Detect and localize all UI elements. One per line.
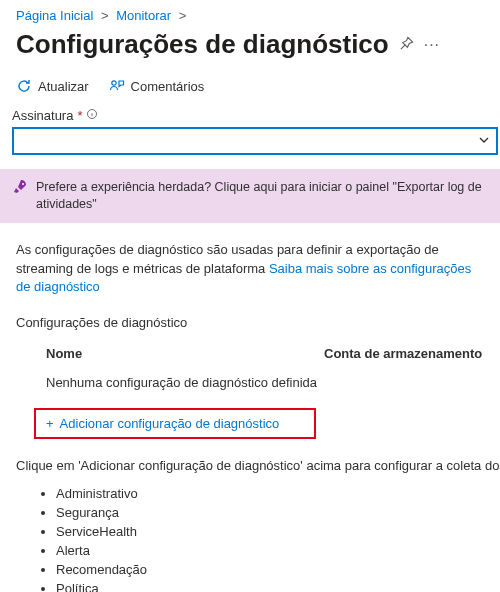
chevron-right-icon: >	[101, 8, 109, 23]
instruction-text: Clique em 'Adicionar configuração de dia…	[0, 453, 500, 483]
subscription-label-text: Assinatura	[12, 108, 73, 123]
column-name: Nome	[46, 346, 324, 361]
page-title: Configurações de diagnóstico	[16, 29, 389, 60]
subscription-label: Assinatura *	[0, 108, 500, 127]
subscription-select[interactable]	[12, 127, 498, 155]
add-diagnostic-button[interactable]: + Adicionar configuração de diagnóstico	[46, 416, 279, 431]
info-icon[interactable]	[86, 108, 98, 123]
list-item: Política	[56, 580, 484, 592]
list-item: Administrativo	[56, 485, 484, 504]
feedback-label: Comentários	[131, 79, 205, 94]
svg-point-2	[22, 183, 24, 185]
list-item: ServiceHealth	[56, 523, 484, 542]
toolbar: Atualizar Comentários	[0, 78, 500, 108]
intro-text: As configurações de diagnóstico são usad…	[0, 241, 500, 298]
column-storage-account: Conta de armazenamento	[324, 346, 484, 361]
chevron-right-icon: >	[179, 8, 187, 23]
refresh-icon	[16, 78, 32, 94]
pin-icon[interactable]	[399, 36, 414, 54]
breadcrumb-home[interactable]: Página Inicial	[16, 8, 93, 23]
page-header: Configurações de diagnóstico ···	[0, 27, 500, 78]
add-diagnostic-highlight: + Adicionar configuração de diagnóstico	[34, 408, 316, 439]
section-subheading: Configurações de diagnóstico	[0, 297, 500, 340]
banner-text: Prefere a experiência herdada? Clique aq…	[36, 179, 488, 213]
add-diagnostic-label: Adicionar configuração de diagnóstico	[60, 416, 280, 431]
feedback-icon	[109, 78, 125, 94]
log-types-list: Administrativo Segurança ServiceHealth A…	[0, 483, 500, 592]
list-item: Recomendação	[56, 561, 484, 580]
legacy-banner[interactable]: Prefere a experiência herdada? Clique aq…	[0, 169, 500, 223]
table-header: Nome Conta de armazenamento	[0, 340, 500, 367]
empty-state-row: Nenhuma configuração de diagnóstico defi…	[0, 367, 500, 402]
breadcrumb: Página Inicial > Monitorar >	[0, 0, 500, 27]
chevron-down-icon	[478, 134, 490, 149]
refresh-label: Atualizar	[38, 79, 89, 94]
list-item: Alerta	[56, 542, 484, 561]
refresh-button[interactable]: Atualizar	[16, 78, 89, 94]
required-indicator: *	[77, 108, 82, 123]
plus-icon: +	[46, 416, 54, 431]
more-icon[interactable]: ···	[424, 36, 440, 54]
svg-point-0	[111, 81, 115, 85]
breadcrumb-monitor[interactable]: Monitorar	[116, 8, 171, 23]
list-item: Segurança	[56, 504, 484, 523]
feedback-button[interactable]: Comentários	[109, 78, 205, 94]
rocket-icon	[12, 179, 28, 200]
